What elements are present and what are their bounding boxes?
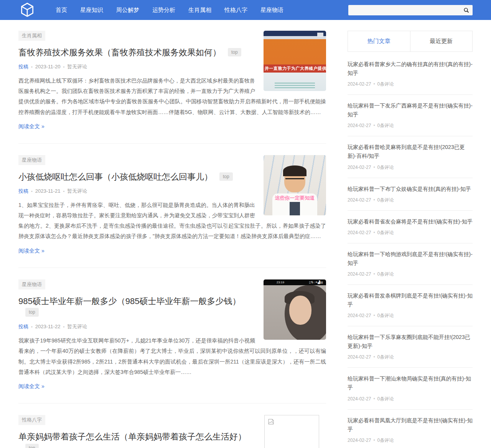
article-card: 性格八字 单亲妈妈带着孩子怎么生活（单亲妈妈带着孩子怎么生活好） top 投稿•… bbox=[18, 403, 326, 448]
tv-logo-mark bbox=[317, 33, 323, 36]
sidebar-post-meta: 2024-02-27•0条评论 bbox=[348, 197, 473, 203]
nav-item-xingge-bazi[interactable]: 性格八字 bbox=[218, 0, 254, 20]
read-more-link[interactable]: 阅读全文 » bbox=[18, 248, 44, 255]
article-date: 2023-11-22 bbox=[35, 324, 61, 329]
nav-item-zhougong-jiemeng[interactable]: 周公解梦 bbox=[110, 0, 146, 20]
doctor-hair bbox=[283, 165, 307, 176]
tab-hot-articles[interactable]: 热门文章 bbox=[348, 31, 410, 51]
article-date: 2023-11-20 bbox=[35, 64, 61, 69]
article-card: 23:19 ▯⇅◌✶▟▤ 星座物语 985硕士毕业年薪一般多少（985硕士毕业年… bbox=[18, 268, 326, 404]
status-time: 23:19 bbox=[277, 281, 284, 284]
stairs-decoration bbox=[275, 83, 315, 89]
phone-status-bar: 23:19 ▯⇅◌✶▟▤ bbox=[264, 279, 326, 285]
search-input[interactable] bbox=[348, 5, 460, 15]
sidebar-post-meta: 2024-02-27•0条评论 bbox=[348, 230, 473, 236]
tab-recent-updates[interactable]: 最近更新 bbox=[410, 31, 473, 51]
doctor-photo-image: 这些你一定要知道 bbox=[264, 155, 326, 215]
list-item: 给玩家科普一下哈狗游戏到底是不是有挂!(确实有挂)-知乎 2024-02-27•… bbox=[348, 243, 473, 285]
article-excerpt: 我家孩子19年985研究生毕业互联网年薪50万+，儿媳21年事业单位30万，还是… bbox=[18, 336, 326, 377]
phone-selfie-image: 23:19 ▯⇅◌✶▟▤ bbox=[264, 279, 326, 340]
sidebar: 热门文章 最近更新 玩家必看科普家乡大二的确有挂真的有挂!(真的有挂)-知乎 2… bbox=[348, 31, 473, 448]
sidebar-post-meta: 2024-02-27•0条评论 bbox=[348, 271, 473, 278]
list-item: 玩家必看科普哈灵麻将到底是不是有挂!(2023已更新)-百科/知乎 2024-0… bbox=[348, 136, 473, 178]
top-badge: top bbox=[25, 444, 39, 448]
status-icons: ▯⇅◌✶▟▤ bbox=[309, 281, 323, 284]
list-item: 玩家必看科普发条棋牌到底是不是有挂!(确实有挂)-知乎 2024-02-27•0… bbox=[348, 285, 473, 326]
list-item: 给玩家科普一下潮汕来物局确实是有挂(真的有挂)-知乎 2024-02-27•0条… bbox=[348, 368, 473, 409]
sidebar-post-link[interactable]: 给玩家科普一下友乐广西麻将是不是有挂!(确实有挂)-知乎 bbox=[348, 101, 473, 119]
article-title-link[interactable]: 小孩低烧呕吐怎么回事（小孩低烧呕吐怎么回事儿） bbox=[18, 172, 213, 182]
sidebar-tabs: 热门文章 最近更新 bbox=[348, 31, 473, 52]
article-title-link[interactable]: 单亲妈妈带着孩子怎么生活（单亲妈妈带着孩子怎么生活好） bbox=[18, 432, 246, 441]
sidebar-post-meta: 2024-02-27•0条评论 bbox=[348, 81, 473, 88]
meta-dot: • bbox=[31, 324, 33, 329]
sidebar-post-link[interactable]: 玩家必看科普雀友会麻将是不是有挂!(确实有挂)-知乎 bbox=[348, 217, 473, 226]
sidebar-post-meta: 2024-02-27•0条评论 bbox=[348, 437, 473, 444]
read-more-link[interactable]: 阅读全文 » bbox=[18, 383, 44, 390]
sidebar-post-list: 玩家必看科普家乡大二的确有挂真的有挂!(真的有挂)-知乎 2024-02-27•… bbox=[348, 53, 473, 448]
nav-item-shengxiao-shuxiang[interactable]: 生肖属相 bbox=[182, 0, 218, 20]
selfie-face bbox=[289, 296, 311, 325]
article-date: 2023-11-21 bbox=[35, 188, 61, 194]
search-icon bbox=[463, 7, 469, 13]
list-item: 给玩家科普一下乐享麻友圈到底能不能开挂!(2023已更新)-知乎 2024-02… bbox=[348, 326, 473, 368]
nav-item-yunshi-fenxi[interactable]: 运势分析 bbox=[146, 0, 182, 20]
sidebar-post-link[interactable]: 给玩家科普一下潮汕来物局确实是有挂(真的有挂)-知乎 bbox=[348, 374, 473, 392]
list-item: 玩家必看科普家乡大二的确有挂真的有挂!(真的有挂)-知乎 2024-02-27•… bbox=[348, 53, 473, 95]
nav-item-home[interactable]: 首页 bbox=[49, 0, 74, 20]
article-thumbnail[interactable]: 这些你一定要知道 bbox=[264, 155, 326, 215]
article-card: 这些你一定要知道 星座物语 小孩低烧呕吐怎么回事（小孩低烧呕吐怎么回事儿）top… bbox=[18, 144, 326, 268]
article-thumbnail[interactable] bbox=[264, 415, 319, 448]
category-tag[interactable]: 星座物语 bbox=[18, 155, 45, 165]
sidebar-post-link[interactable]: 玩家必看科普发条棋牌到底是不是有挂!(确实有挂)-知乎 bbox=[348, 291, 473, 309]
article-list: 并一直致力于为广大养殖户提供 生肖属相 畜牧养殖技术服务效果（畜牧养殖技术服务效… bbox=[18, 31, 326, 448]
sidebar-post-meta: 2024-02-27•0条评论 bbox=[348, 164, 473, 171]
comment-count: 暂无评论 bbox=[67, 324, 87, 329]
group-photo-image: 并一直致力于为广大养殖户提供 bbox=[264, 31, 326, 91]
nav-item-xingzuo-zhishi[interactable]: 星座知识 bbox=[74, 0, 110, 20]
sidebar-post-link[interactable]: 玩家必看科普家乡大二的确有挂真的有挂!(真的有挂)-知乎 bbox=[348, 60, 473, 78]
article-title-link[interactable]: 畜牧养殖技术服务效果（畜牧养殖技术服务效果如何） bbox=[18, 48, 221, 57]
broken-image-icon bbox=[268, 418, 274, 425]
meta-dot: • bbox=[63, 324, 64, 329]
meta-dot: • bbox=[31, 64, 33, 69]
main-nav: 首页 星座知识 周公解梦 运势分析 生肖属相 性格八字 星座物语 bbox=[49, 0, 290, 20]
sidebar-post-link[interactable]: 玩家必看科普凤凰大厅到底是不是有挂!(确实有挂)-知乎 bbox=[348, 416, 473, 434]
page-body: 并一直致力于为广大养殖户提供 生肖属相 畜牧养殖技术服务效果（畜牧养殖技术服务效… bbox=[0, 20, 491, 448]
doctor-shirt bbox=[290, 202, 300, 215]
photo-banner-text: 并一直致力于为广大养殖户提供 bbox=[264, 64, 326, 73]
search-box bbox=[348, 5, 473, 15]
photo-overlay-text: 这些你一定要知道 bbox=[264, 195, 326, 202]
author-link[interactable]: 投稿 bbox=[18, 64, 28, 69]
category-tag[interactable]: 生肖属相 bbox=[18, 31, 45, 41]
category-tag[interactable]: 星座物语 bbox=[18, 279, 45, 289]
author-link[interactable]: 投稿 bbox=[18, 324, 28, 329]
top-badge: top bbox=[25, 308, 39, 316]
sidebar-post-link[interactable]: 给玩家科普一下布丁众娱确实是有挂(真的有挂)-知乎 bbox=[348, 185, 473, 193]
meta-dot: • bbox=[63, 64, 64, 69]
category-tag[interactable]: 性格八字 bbox=[18, 415, 45, 425]
nav-item-xingzuo-wuyu[interactable]: 星座物语 bbox=[254, 0, 290, 20]
sidebar-post-link[interactable]: 给玩家科普一下哈狗游戏到底是不是有挂!(确实有挂)-知乎 bbox=[348, 250, 473, 268]
article-thumbnail[interactable]: 23:19 ▯⇅◌✶▟▤ bbox=[264, 279, 326, 340]
article-thumbnail[interactable]: 并一直致力于为广大养殖户提供 bbox=[264, 31, 326, 91]
author-link[interactable]: 投稿 bbox=[18, 188, 28, 194]
comment-count: 暂无评论 bbox=[67, 64, 87, 69]
meta-dot: • bbox=[31, 189, 33, 193]
cube-logo-icon bbox=[19, 2, 35, 18]
sidebar-post-link[interactable]: 给玩家科普一下乐享麻友圈到底能不能开挂!(2023已更新)-知乎 bbox=[348, 333, 473, 350]
site-logo[interactable] bbox=[18, 1, 36, 19]
sidebar-post-meta: 2024-02-27•0条评论 bbox=[348, 396, 473, 402]
search-button[interactable] bbox=[460, 5, 473, 15]
comment-count: 暂无评论 bbox=[67, 188, 87, 194]
list-item: 给玩家科普一下布丁众娱确实是有挂(真的有挂)-知乎 2024-02-27•0条评… bbox=[348, 178, 473, 211]
list-item: 玩家必看科普雀友会麻将是不是有挂!(确实有挂)-知乎 2024-02-27•0条… bbox=[348, 211, 473, 243]
sidebar-post-link[interactable]: 玩家必看科普哈灵麻将到底是不是有挂!(2023已更新)-百科/知乎 bbox=[348, 143, 473, 160]
article-card: 并一直致力于为广大养殖户提供 生肖属相 畜牧养殖技术服务效果（畜牧养殖技术服务效… bbox=[18, 31, 326, 144]
top-badge: top bbox=[219, 172, 233, 181]
read-more-link[interactable]: 阅读全文 » bbox=[18, 123, 44, 130]
article-title-link[interactable]: 985硕士毕业年薪一般多少（985硕士毕业年薪一般多少钱） bbox=[18, 296, 241, 306]
top-navbar: 首页 星座知识 周公解梦 运势分析 生肖属相 性格八字 星座物语 bbox=[0, 0, 491, 20]
sidebar-post-meta: 2024-02-27•0条评论 bbox=[348, 122, 473, 129]
meta-dot: • bbox=[63, 189, 64, 193]
